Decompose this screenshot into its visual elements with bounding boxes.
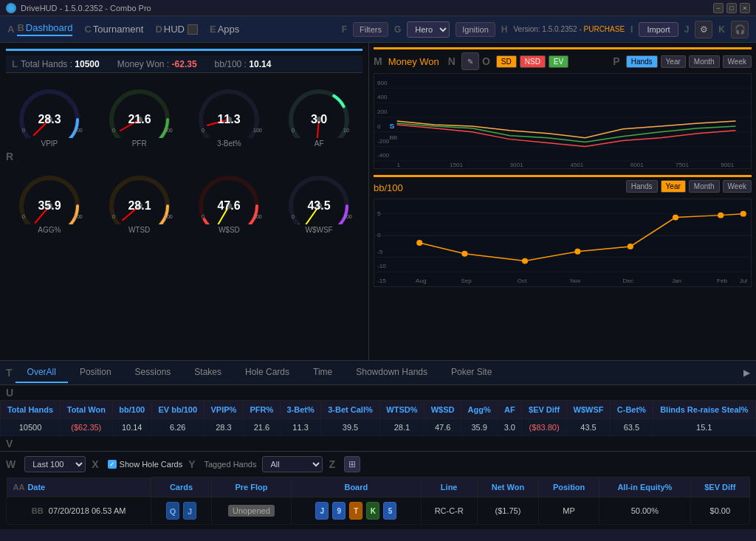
filters-button[interactable]: Filters xyxy=(353,22,388,37)
tab-poker-site[interactable]: Poker Site xyxy=(439,362,504,383)
tab-showdown-hands[interactable]: Showdown Hands xyxy=(344,362,439,383)
chart-label-p: P xyxy=(613,55,619,67)
tab-sessions[interactable]: Sessions xyxy=(123,362,183,383)
hero-select[interactable]: Hero xyxy=(407,21,450,38)
bb100-chart-label: bb/100 xyxy=(374,182,403,193)
gauge-af: 3.0 0 10 AF xyxy=(275,79,362,148)
chart-year-button[interactable]: Year xyxy=(661,55,686,68)
calculator-button[interactable]: ⊞ xyxy=(344,456,360,472)
svg-text:600: 600 xyxy=(377,80,388,86)
tab-time[interactable]: Time xyxy=(301,362,344,383)
chart-label-o: O xyxy=(482,55,490,67)
show-hole-cards-checkbox[interactable]: ✓ xyxy=(108,460,117,469)
hands-table-row[interactable]: BB 07/20/2018 06.53 AM Q J Unopened J 9 … xyxy=(7,497,750,524)
tab-stakes[interactable]: Stakes xyxy=(182,362,233,383)
gauge-agg-label: AGG% xyxy=(38,226,61,234)
chart2-hands-button[interactable]: Hands xyxy=(626,180,658,193)
money-won-chart-label: Money Won xyxy=(388,56,439,67)
gauge-wtsd: 28.1 0 100 WTSD xyxy=(96,165,183,234)
gauge-vpip-label: VPIP xyxy=(41,139,58,148)
tab-overall[interactable]: OverAll xyxy=(16,362,68,383)
gauge-3bet-label: 3-Bet% xyxy=(217,139,241,148)
svg-text:7501: 7501 xyxy=(676,162,690,168)
filter-select[interactable]: Last 100 Last 500 Last 1000 All xyxy=(24,456,86,472)
import-button[interactable]: Import xyxy=(639,22,678,37)
gauge-wssd-label: W$SD xyxy=(219,226,240,234)
hands-table-section: AA Date Cards Pre Flop Board Line Net Wo… xyxy=(6,477,750,525)
board-j: J xyxy=(315,502,329,520)
svg-text:0: 0 xyxy=(292,128,295,133)
nav-apps[interactable]: E Apps xyxy=(210,24,239,35)
preflop-unopened: Unopened xyxy=(228,505,275,517)
nav-tournament[interactable]: C Tournament xyxy=(84,24,143,35)
chart-label-m: M xyxy=(374,55,382,67)
gauge-wssd: 47.6 0 100 W$SD xyxy=(186,165,273,234)
col-position: Position xyxy=(539,478,599,497)
tagged-select[interactable]: All Tagged Untagged xyxy=(262,456,323,472)
svg-text:0: 0 xyxy=(202,214,205,219)
svg-text:Jul: Jul xyxy=(740,278,748,284)
chart-edit-button[interactable]: ✎ xyxy=(461,52,479,70)
window-controls: − □ × xyxy=(713,3,750,13)
svg-text:0: 0 xyxy=(112,128,115,133)
nav-dashboard[interactable]: B Dashboard xyxy=(17,22,72,36)
chart-month-button[interactable]: Month xyxy=(689,55,720,68)
close-button[interactable]: × xyxy=(740,3,750,13)
svg-text:28.1: 28.1 xyxy=(128,199,151,212)
hands-table: AA Date Cards Pre Flop Board Line Net Wo… xyxy=(6,477,750,525)
gauge-3bet-svg: 11.3 0 100 xyxy=(188,79,269,138)
stats-label-u: U xyxy=(6,387,13,399)
svg-text:4501: 4501 xyxy=(570,162,584,168)
nav-label-a: A xyxy=(7,24,14,35)
svg-text:0: 0 xyxy=(377,123,381,130)
chart2-week-button[interactable]: Week xyxy=(723,180,752,193)
nav-label-h: H xyxy=(501,24,508,35)
chart2-year-button[interactable]: Year xyxy=(661,180,686,193)
stats-table-section: U Total Hands Total Won bb/100 EV bb/100… xyxy=(0,385,756,451)
chart-label-n: N xyxy=(448,55,456,67)
cell-ev-bb100: 6.26 xyxy=(151,419,204,436)
svg-text:Feb: Feb xyxy=(717,278,728,284)
col-net-won: Net Won xyxy=(477,478,538,497)
col-board: Board xyxy=(292,478,421,497)
nav-bar: A B Dashboard C Tournament D HUD E Apps … xyxy=(0,16,756,43)
tagged-hands-label: Tagged Hands xyxy=(205,460,257,469)
cell-cbet: 63.5 xyxy=(611,419,653,436)
svg-text:47.6: 47.6 xyxy=(218,199,241,212)
left-panel: L Total Hands : 10500 Money Won : -62.35… xyxy=(0,43,369,360)
cell-total-hands: 10500 xyxy=(1,419,61,436)
svg-text:100: 100 xyxy=(253,128,262,133)
nav-label-i: I xyxy=(630,24,633,35)
settings-button[interactable]: ⚙ xyxy=(695,21,712,38)
svg-text:0: 0 xyxy=(22,214,25,219)
svg-text:10: 10 xyxy=(343,128,349,133)
ignition-button[interactable]: Ignition xyxy=(456,22,495,37)
tab-hole-cards[interactable]: Hole Cards xyxy=(233,362,301,383)
cell-ev-diff: ($83.80) xyxy=(522,419,567,436)
svg-text:100: 100 xyxy=(164,214,173,219)
headset-button[interactable]: 🎧 xyxy=(731,21,749,38)
tabs-label-t: T xyxy=(6,367,13,379)
col-bb100: bb/100 xyxy=(112,401,151,419)
nav-hud[interactable]: D HUD xyxy=(155,24,198,35)
chart-ev-button[interactable]: EV xyxy=(549,55,568,68)
chart-week-button[interactable]: Week xyxy=(723,55,752,68)
gauge-pfr-svg: 21.6 0 100 xyxy=(99,79,180,138)
chart-sd-button[interactable]: SD xyxy=(496,55,517,68)
chart-hands-button[interactable]: Hands xyxy=(626,55,658,68)
chart2-svg: 5 0 -5 -10 -15 Aug Sep Oct N xyxy=(374,199,751,286)
col-ev-diff2: $EV Diff xyxy=(690,478,749,497)
restore-button[interactable]: □ xyxy=(726,3,737,13)
minimize-button[interactable]: − xyxy=(713,3,724,13)
chart-nsd-button[interactable]: NSD xyxy=(520,55,546,68)
gauge-wswsf-svg: 43.5 0 100 xyxy=(278,165,360,224)
col-vpip: VPIP% xyxy=(204,401,243,419)
chart2-area: 5 0 -5 -10 -15 Aug Sep Oct N xyxy=(374,199,752,287)
tabs-more-button[interactable]: ▶ xyxy=(743,368,750,378)
cell-ev-diff-val: $0.00 xyxy=(690,497,749,524)
svg-text:Oct: Oct xyxy=(518,278,527,284)
chart2-month-button[interactable]: Month xyxy=(689,180,720,193)
gauge-agg-svg: 35.9 0 100 xyxy=(9,165,90,224)
gauge-vpip-svg: 28.3 0 100 xyxy=(9,79,90,138)
tab-position[interactable]: Position xyxy=(68,362,123,383)
